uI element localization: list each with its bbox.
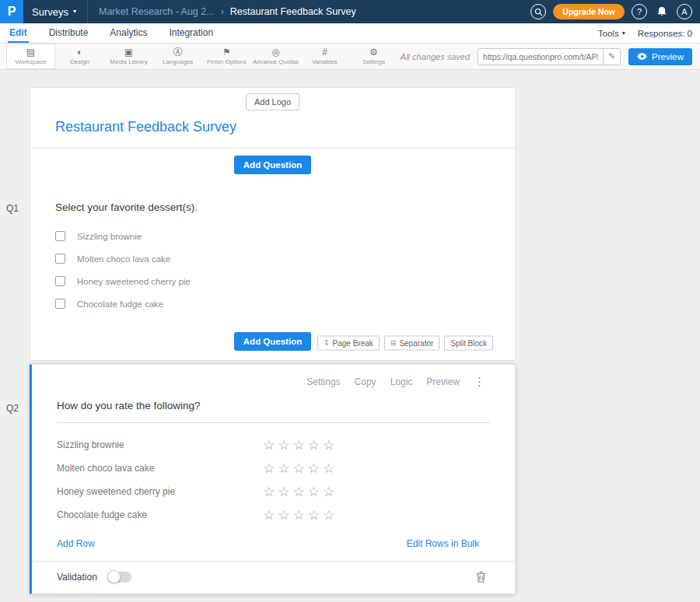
- toolbar-item-variables[interactable]: # Variables: [300, 44, 349, 69]
- preview-button[interactable]: Preview: [628, 48, 692, 65]
- languages-icon: Ⓐ: [173, 47, 183, 58]
- toolbar-item-advance-quotas[interactable]: ◎ Advance Quotas: [251, 44, 300, 69]
- star-icon[interactable]: ☆: [323, 439, 334, 452]
- star-icon[interactable]: ☆: [263, 509, 275, 522]
- option-label[interactable]: Chocolate fudge cake: [77, 299, 163, 309]
- star-icon[interactable]: ☆: [308, 439, 320, 452]
- upgrade-now-button[interactable]: Upgrade Now: [553, 4, 625, 19]
- question-copy-button[interactable]: Copy: [355, 376, 376, 387]
- question-logic-button[interactable]: Logic: [390, 376, 413, 387]
- tools-menu[interactable]: Tools ▾: [598, 29, 625, 38]
- toolbar-item-settings[interactable]: ⚙ Settings: [349, 44, 398, 69]
- tab-edit[interactable]: Edit: [8, 23, 29, 43]
- media-library-icon: ▣: [124, 47, 133, 58]
- star-icon[interactable]: ☆: [278, 509, 289, 522]
- rating-row: Molten choco lava cake ☆☆☆☆☆: [57, 457, 490, 480]
- checkbox[interactable]: [55, 231, 65, 241]
- toolbar-item-label: Variables: [312, 58, 338, 65]
- separator-button[interactable]: ⊟ Separator: [384, 336, 439, 351]
- eye-icon: [637, 53, 647, 60]
- star-icon[interactable]: ☆: [293, 439, 305, 452]
- checkbox[interactable]: [55, 276, 65, 286]
- star-icon[interactable]: ☆: [293, 509, 305, 522]
- tab-distribute[interactable]: Distribute: [47, 23, 90, 43]
- add-logo-button[interactable]: Add Logo: [246, 93, 299, 110]
- toolbar-item-media-library[interactable]: ▣ Media Library: [104, 44, 153, 69]
- rating-stars: ☆☆☆☆☆: [263, 462, 334, 475]
- star-icon[interactable]: ☆: [263, 439, 275, 452]
- question-2-title-wrap: How do you rate the following?: [32, 389, 515, 423]
- toolbar-item-label: Design: [70, 58, 89, 65]
- search-button[interactable]: [530, 4, 546, 19]
- delete-question-button[interactable]: [476, 571, 486, 583]
- toolbar-item-finish-options[interactable]: ⚑ Finish Options: [202, 44, 251, 69]
- row-links: Add Row Edit Rows in Bulk: [32, 527, 515, 561]
- toolbar-item-workspace[interactable]: ▤ Workspace: [6, 44, 55, 69]
- breadcrumb-folder[interactable]: Market Research - Aug 2...: [99, 6, 215, 17]
- star-icon[interactable]: ☆: [278, 485, 289, 499]
- question-settings-button[interactable]: Settings: [306, 376, 340, 387]
- checkbox[interactable]: [55, 254, 65, 264]
- star-icon[interactable]: ☆: [278, 439, 289, 452]
- breadcrumb-current-survey: Restaurant Feedback Survey: [230, 6, 356, 17]
- star-icon[interactable]: ☆: [308, 485, 320, 499]
- star-icon[interactable]: ☆: [308, 462, 320, 475]
- more-options-icon[interactable]: ⋮: [474, 375, 485, 389]
- toolbar-item-languages[interactable]: Ⓐ Languages: [153, 44, 202, 69]
- rating-stars: ☆☆☆☆☆: [263, 439, 334, 452]
- star-icon[interactable]: ☆: [323, 509, 334, 522]
- avatar[interactable]: A: [677, 4, 692, 19]
- edit-url-pencil-icon[interactable]: ✎: [603, 49, 620, 65]
- question-number-q1: Q1: [6, 203, 19, 214]
- option-label[interactable]: Honey sweetened cherry pie: [77, 277, 191, 286]
- checkbox[interactable]: [55, 299, 65, 309]
- star-icon[interactable]: ☆: [293, 485, 305, 499]
- edit-rows-in-bulk-link[interactable]: Edit Rows in Bulk: [407, 538, 479, 549]
- toolbar-item-label: Settings: [362, 58, 385, 65]
- star-icon[interactable]: ☆: [308, 509, 320, 522]
- option-label[interactable]: Molten choco lava cake: [77, 254, 170, 264]
- add-question-button[interactable]: Add Question: [234, 332, 311, 351]
- rating-row: Honey sweetened cherry pie ☆☆☆☆☆: [57, 480, 490, 503]
- toolbar-item-design[interactable]: ◐ Design: [55, 44, 104, 69]
- option-label[interactable]: Sizzling brownie: [77, 232, 142, 241]
- rating-row-label[interactable]: Chocolate fudge cake: [57, 509, 263, 520]
- split-block-button[interactable]: Split Block: [444, 336, 493, 351]
- help-button[interactable]: ?: [632, 4, 647, 19]
- question-2-text[interactable]: How do you rate the following?: [57, 400, 490, 423]
- chevron-down-icon: ▾: [622, 30, 625, 37]
- chevron-down-icon: ▾: [73, 9, 76, 15]
- rating-row: Sizzling brownie ☆☆☆☆☆: [57, 433, 490, 457]
- add-row-link[interactable]: Add Row: [57, 538, 95, 549]
- question-1-text[interactable]: Select your favorite dessert(s).: [55, 201, 490, 213]
- rating-row-label[interactable]: Molten choco lava cake: [57, 463, 263, 474]
- finish-options-icon: ⚑: [222, 47, 231, 58]
- survey-url-input[interactable]: [478, 49, 603, 65]
- tabs-right-group: Tools ▾ Responses: 0: [598, 23, 692, 43]
- star-icon[interactable]: ☆: [323, 462, 334, 475]
- variables-icon: #: [322, 47, 327, 58]
- page-break-label: Page Break: [333, 339, 373, 348]
- preview-button-label: Preview: [652, 52, 684, 61]
- survey-canvas-column: Add Logo Restaurant Feedback Survey Add …: [30, 87, 516, 602]
- rating-row-label[interactable]: Honey sweetened cherry pie: [57, 486, 263, 497]
- rating-row-label[interactable]: Sizzling brownie: [57, 439, 263, 450]
- notifications-button[interactable]: [654, 4, 670, 19]
- design-icon: ◐: [77, 47, 82, 58]
- star-icon[interactable]: ☆: [278, 462, 289, 475]
- validation-toggle[interactable]: [108, 572, 131, 583]
- validation-label: Validation: [57, 572, 97, 583]
- star-icon[interactable]: ☆: [263, 462, 275, 475]
- questionpro-logo[interactable]: P: [0, 0, 23, 23]
- star-icon[interactable]: ☆: [293, 462, 305, 475]
- tab-analytics[interactable]: Analytics: [108, 23, 149, 43]
- question-preview-button[interactable]: Preview: [426, 376, 460, 387]
- star-icon[interactable]: ☆: [323, 485, 334, 499]
- star-icon[interactable]: ☆: [263, 485, 275, 499]
- survey-header-and-q1-card: Add Logo Restaurant Feedback Survey Add …: [30, 87, 516, 361]
- add-question-button[interactable]: Add Question: [234, 156, 311, 174]
- tab-integration[interactable]: Integration: [167, 23, 215, 43]
- survey-title[interactable]: Restaurant Feedback Survey: [30, 116, 515, 148]
- page-break-button[interactable]: ↧ Page Break: [317, 336, 380, 351]
- surveys-menu[interactable]: Surveys ▾: [23, 0, 88, 23]
